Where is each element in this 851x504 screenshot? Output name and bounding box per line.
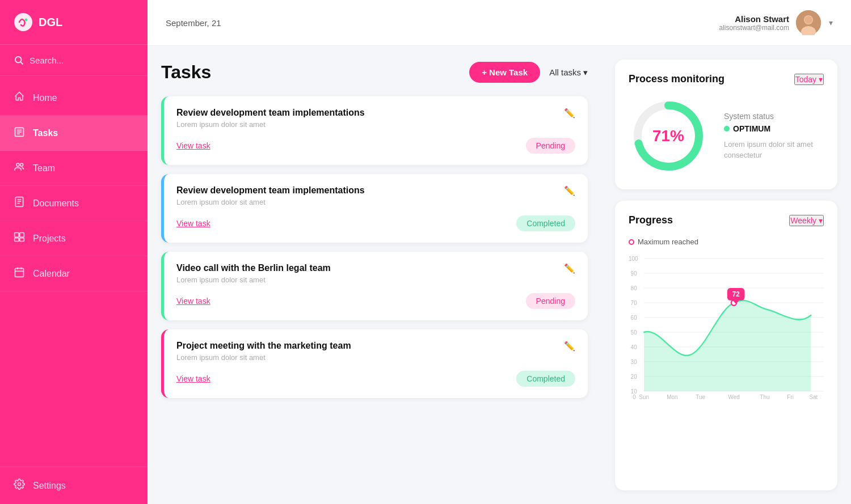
view-task-link[interactable]: View task bbox=[176, 374, 210, 383]
task-card-footer: View task Completed bbox=[176, 215, 575, 231]
progress-filter-label: Weekly bbox=[790, 216, 816, 225]
progress-card: Progress Weekly ▾ Maximum reached bbox=[615, 201, 837, 490]
sidebar: DGL Search... Home Tasks bbox=[0, 0, 148, 504]
svg-text:Sat: Sat bbox=[809, 394, 818, 400]
progress-title: Progress bbox=[629, 214, 673, 226]
donut-percentage: 71% bbox=[652, 127, 684, 145]
svg-text:Fri: Fri bbox=[787, 394, 794, 400]
svg-rect-18 bbox=[15, 268, 24, 277]
task-card: Review development team implementations … bbox=[161, 96, 588, 165]
new-task-button[interactable]: + New Task bbox=[469, 62, 540, 83]
status-dot bbox=[724, 126, 730, 132]
home-icon bbox=[14, 91, 25, 105]
svg-rect-16 bbox=[15, 238, 19, 242]
task-card-header: Review development team implementations … bbox=[176, 185, 575, 206]
projects-icon bbox=[14, 231, 25, 245]
max-reached-text: Maximum reached bbox=[638, 238, 698, 246]
team-icon bbox=[14, 161, 25, 175]
sidebar-item-home[interactable]: Home bbox=[0, 81, 148, 116]
task-description: Lorem ipsum dolor sit amet bbox=[176, 120, 365, 129]
task-description: Lorem ipsum dolor sit amet bbox=[176, 276, 331, 284]
settings-label: Settings bbox=[33, 481, 66, 491]
svg-text:0: 0 bbox=[633, 394, 636, 400]
view-task-link[interactable]: View task bbox=[176, 219, 210, 228]
top-header: September, 21 Alison Stwart alisonstwart… bbox=[148, 0, 851, 46]
svg-line-3 bbox=[20, 62, 23, 64]
monitor-filter-button[interactable]: Today ▾ bbox=[794, 74, 824, 85]
sidebar-item-tasks[interactable]: Tasks bbox=[0, 116, 148, 151]
view-task-link[interactable]: View task bbox=[176, 297, 210, 306]
sidebar-item-label: Projects bbox=[33, 234, 66, 244]
settings-icon bbox=[14, 478, 25, 493]
donut-chart: 71% bbox=[629, 96, 708, 176]
sidebar-item-projects[interactable]: Projects bbox=[0, 221, 148, 256]
progress-filter-button[interactable]: Weekly ▾ bbox=[789, 215, 824, 226]
monitor-title: Process monitoring bbox=[629, 73, 724, 85]
search-label: Search... bbox=[30, 56, 64, 65]
svg-text:80: 80 bbox=[631, 285, 637, 292]
svg-text:Wed: Wed bbox=[728, 394, 739, 400]
documents-icon bbox=[14, 196, 25, 210]
svg-text:72: 72 bbox=[732, 290, 740, 298]
chevron-down-icon: ▾ bbox=[819, 216, 823, 225]
system-status-label: System status bbox=[724, 112, 824, 121]
monitor-info: System status OPTIMUM Lorem ipsum dolor … bbox=[724, 112, 824, 161]
task-info: Project meeting with the marketing team … bbox=[176, 341, 351, 362]
svg-point-8 bbox=[16, 163, 19, 166]
task-card: Video call with the Berlin legal team Lo… bbox=[161, 252, 588, 320]
user-info: Alison Stwart alisonstwart@mail.com bbox=[719, 14, 789, 32]
sidebar-item-documents[interactable]: Documents bbox=[0, 186, 148, 221]
settings-item[interactable]: Settings bbox=[0, 467, 148, 504]
sidebar-item-calendar[interactable]: Calendar bbox=[0, 256, 148, 291]
sidebar-item-team[interactable]: Team bbox=[0, 151, 148, 186]
sidebar-logo: DGL bbox=[0, 0, 148, 45]
status-badge: Completed bbox=[516, 215, 575, 231]
max-dot-icon bbox=[629, 239, 634, 245]
tasks-title: Tasks bbox=[161, 62, 211, 83]
svg-text:40: 40 bbox=[631, 344, 637, 351]
svg-text:50: 50 bbox=[631, 329, 637, 336]
svg-point-22 bbox=[18, 483, 21, 486]
svg-rect-17 bbox=[20, 238, 24, 242]
task-description: Lorem ipsum dolor sit amet bbox=[176, 353, 351, 362]
svg-text:90: 90 bbox=[631, 270, 637, 277]
task-card-header: Video call with the Berlin legal team Lo… bbox=[176, 263, 575, 284]
app-name: DGL bbox=[39, 16, 62, 29]
task-info: Review development team implementations … bbox=[176, 185, 365, 206]
edit-icon[interactable]: ✏️ bbox=[564, 263, 575, 274]
status-badge: Completed bbox=[516, 371, 575, 387]
task-card-header: Review development team implementations … bbox=[176, 108, 575, 129]
edit-icon[interactable]: ✏️ bbox=[564, 341, 575, 351]
task-card: Review development team implementations … bbox=[161, 174, 588, 243]
max-reached-label: Maximum reached bbox=[629, 238, 824, 246]
status-badge: Pending bbox=[526, 293, 575, 309]
task-title: Project meeting with the marketing team bbox=[176, 341, 351, 351]
view-task-link[interactable]: View task bbox=[176, 141, 210, 150]
monitor-filter-label: Today bbox=[795, 75, 816, 84]
process-monitoring-card: Process monitoring Today ▾ bbox=[615, 60, 837, 189]
task-title: Video call with the Berlin legal team bbox=[176, 263, 331, 273]
chevron-down-icon: ▾ bbox=[583, 67, 588, 78]
sidebar-item-label: Team bbox=[33, 163, 55, 173]
monitor-body: 71% System status OPTIMUM Lorem ipsum do… bbox=[629, 96, 824, 176]
status-badge: Pending bbox=[526, 138, 575, 154]
nav-menu: Home Tasks Team Docu bbox=[0, 76, 148, 467]
search-icon bbox=[14, 55, 24, 65]
search-bar[interactable]: Search... bbox=[0, 45, 148, 76]
all-tasks-label: All tasks bbox=[549, 67, 581, 77]
edit-icon[interactable]: ✏️ bbox=[564, 108, 575, 118]
tasks-header: Tasks + New Task All tasks ▾ bbox=[161, 62, 588, 83]
monitor-description: Lorem ipsum dolor sit amet consectetur bbox=[724, 139, 824, 161]
svg-text:70: 70 bbox=[631, 300, 637, 307]
task-card-footer: View task Completed bbox=[176, 371, 575, 387]
svg-point-26 bbox=[804, 16, 812, 24]
svg-rect-14 bbox=[15, 233, 19, 238]
all-tasks-button[interactable]: All tasks ▾ bbox=[549, 67, 588, 78]
edit-icon[interactable]: ✏️ bbox=[564, 185, 575, 196]
svg-text:Thu: Thu bbox=[760, 394, 769, 400]
chevron-down-icon: ▾ bbox=[819, 75, 823, 84]
sidebar-item-label: Home bbox=[33, 93, 57, 103]
user-profile[interactable]: Alison Stwart alisonstwart@mail.com ▾ bbox=[719, 10, 833, 35]
task-card-footer: View task Pending bbox=[176, 138, 575, 154]
task-description: Lorem ipsum dolor sit amet bbox=[176, 198, 365, 206]
